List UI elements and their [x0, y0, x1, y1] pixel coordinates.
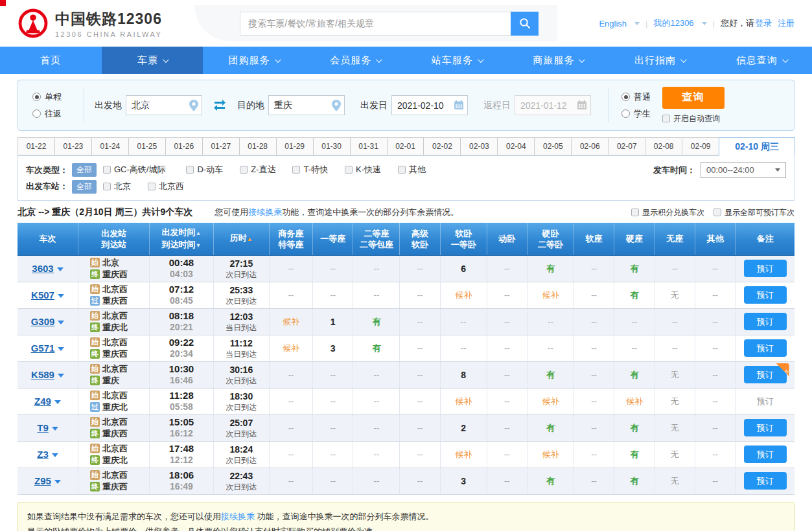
- nav-item-2[interactable]: 团购服务: [203, 47, 305, 74]
- expand-arrow-icon[interactable]: [58, 321, 64, 324]
- book-button[interactable]: 预订: [744, 286, 787, 304]
- expand-arrow-icon[interactable]: [58, 347, 64, 351]
- date-tab-01-22[interactable]: 01-22: [17, 137, 55, 155]
- expand-arrow-icon[interactable]: [54, 480, 61, 484]
- seat-cell: 有: [353, 335, 400, 361]
- expand-arrow-icon[interactable]: [52, 453, 58, 457]
- date-tab-02-08[interactable]: 02-08: [645, 137, 682, 155]
- train-cell: 3603: [17, 255, 78, 282]
- traintype-checkbox-0[interactable]: GC-高铁/城际: [103, 164, 165, 175]
- station-checkbox-1[interactable]: 北京西: [148, 181, 184, 192]
- search-input[interactable]: [240, 12, 511, 36]
- show-all-bookable-checkbox[interactable]: 显示全部可预订车次: [713, 207, 795, 218]
- col-header-3[interactable]: 历时▲: [213, 223, 269, 255]
- train-number-link[interactable]: T9: [37, 422, 49, 433]
- expand-arrow-icon[interactable]: [54, 400, 61, 404]
- location-pin-icon[interactable]: [332, 100, 341, 111]
- nav-item-0[interactable]: 首页: [0, 47, 102, 74]
- swap-stations-button[interactable]: [213, 100, 227, 111]
- date-tab-02-05[interactable]: 02-05: [534, 137, 572, 155]
- train-number-link[interactable]: K589: [31, 369, 54, 380]
- train-number-link[interactable]: G571: [31, 343, 55, 354]
- english-link[interactable]: English: [599, 19, 627, 28]
- sort-arrow-icon[interactable]: ▼: [196, 242, 202, 249]
- one-way-radio[interactable]: 单程: [32, 91, 62, 103]
- date-tab-02-09[interactable]: 02-09: [682, 137, 719, 155]
- sort-arrow-icon[interactable]: ▲: [247, 236, 253, 242]
- train-number-link[interactable]: K507: [31, 289, 54, 300]
- date-tab-01-23[interactable]: 01-23: [54, 137, 92, 155]
- search-button[interactable]: [511, 12, 539, 36]
- date-tab-02-06[interactable]: 02-06: [571, 137, 609, 155]
- student-passenger-radio[interactable]: 学生: [621, 108, 651, 120]
- date-tab-01-30[interactable]: 01-30: [313, 137, 351, 155]
- train-number-link[interactable]: Z49: [34, 396, 51, 407]
- book-button[interactable]: 预订: [744, 260, 787, 277]
- book-button[interactable]: 预订: [744, 472, 787, 490]
- register-link[interactable]: 注册: [778, 17, 795, 29]
- date-tab-01-26[interactable]: 01-26: [165, 137, 203, 155]
- train-number-link[interactable]: G309: [31, 316, 55, 327]
- book-button[interactable]: 预订: [744, 419, 787, 436]
- nav-item-3[interactable]: 会员服务: [305, 47, 406, 74]
- date-tab-02-01[interactable]: 02-01: [387, 137, 424, 155]
- date-tab-active[interactable]: 02-10 周三: [719, 137, 795, 156]
- round-trip-radio[interactable]: 往返: [32, 108, 62, 120]
- login-link[interactable]: 登录: [755, 17, 772, 29]
- traintype-checkbox-1[interactable]: D-动车: [186, 164, 223, 175]
- location-pin-icon[interactable]: [189, 100, 198, 111]
- transfer-link[interactable]: 接续换乘: [221, 512, 255, 521]
- date-tab-01-28[interactable]: 01-28: [239, 137, 277, 155]
- nav-item-7[interactable]: 信息查询: [710, 47, 812, 74]
- site-logo[interactable]: 中国铁路12306 12306 CHINA RAILWAY: [17, 8, 162, 39]
- book-button[interactable]: 预订: [744, 339, 787, 357]
- date-tab-02-03[interactable]: 02-03: [460, 137, 498, 155]
- calendar-icon[interactable]: [454, 100, 464, 110]
- my-12306-link[interactable]: 我的12306: [653, 17, 693, 29]
- auto-query-checkbox[interactable]: 开启自动查询: [662, 113, 720, 124]
- train-number-link[interactable]: 3603: [32, 263, 53, 274]
- book-button[interactable]: 预订: [744, 446, 787, 463]
- nav-item-1[interactable]: 车票: [102, 47, 203, 74]
- date-tab-02-07[interactable]: 02-07: [608, 137, 645, 155]
- traintype-checkbox-4[interactable]: K-快速: [345, 164, 381, 175]
- date-tab-01-24[interactable]: 01-24: [91, 137, 129, 155]
- date-tab-01-27[interactable]: 01-27: [202, 137, 240, 155]
- station-checkbox-0[interactable]: 北京: [103, 181, 131, 192]
- query-button[interactable]: 查询: [662, 87, 725, 109]
- book-button[interactable]: 预订: [744, 313, 787, 330]
- nav-item-5[interactable]: 商旅服务: [507, 47, 609, 74]
- station-all-badge[interactable]: 全部: [72, 180, 97, 194]
- nav-item-6[interactable]: 出行指南: [609, 47, 711, 74]
- show-points-trains-checkbox[interactable]: 显示积分兑换车次: [631, 207, 704, 218]
- train-number-link[interactable]: Z3: [37, 449, 49, 460]
- expand-arrow-icon[interactable]: [58, 294, 64, 298]
- col-header-2[interactable]: 出发时间▲到达时间▼: [150, 223, 213, 255]
- train-type-all-badge[interactable]: 全部: [72, 163, 97, 177]
- depart-time-select[interactable]: 00:00--24:00: [701, 162, 786, 178]
- date-tab-02-02[interactable]: 02-02: [423, 137, 461, 155]
- normal-passenger-radio[interactable]: 普通: [621, 91, 651, 103]
- date-tab-02-04[interactable]: 02-04: [497, 137, 535, 155]
- transfer-link[interactable]: 接续换乘: [248, 207, 282, 217]
- from-label: 出发地: [95, 100, 122, 111]
- traintype-checkbox-2[interactable]: Z-直达: [240, 164, 275, 175]
- train-number-link[interactable]: Z95: [34, 475, 51, 486]
- nav-item-4[interactable]: 站车服务: [406, 47, 508, 74]
- seat-cell: --: [400, 282, 440, 308]
- expand-arrow-icon[interactable]: [57, 267, 64, 271]
- seat-value: --: [712, 396, 718, 406]
- expand-arrow-icon[interactable]: [52, 427, 58, 431]
- book-button[interactable]: 预订兑: [744, 366, 787, 383]
- date-tab-01-25[interactable]: 01-25: [128, 137, 166, 155]
- date-tab-01-29[interactable]: 01-29: [276, 137, 314, 155]
- seat-cell: 8: [440, 361, 487, 388]
- sort-arrow-icon[interactable]: ▲: [196, 230, 202, 236]
- ticket-search-panel: 单程 往返 出发地 目的地: [17, 80, 795, 131]
- traintype-checkbox-3[interactable]: T-特快: [292, 164, 328, 175]
- seat-cell: 候补: [527, 388, 574, 414]
- traintype-checkbox-5[interactable]: 其他: [398, 164, 426, 175]
- nav-item-label: 站车服务: [432, 54, 473, 67]
- expand-arrow-icon[interactable]: [58, 374, 64, 378]
- date-tab-01-31[interactable]: 01-31: [350, 137, 388, 155]
